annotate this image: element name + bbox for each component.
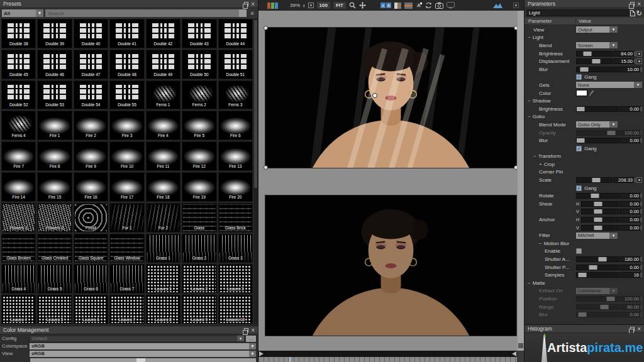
preset-item[interactable]: Ferns 1 bbox=[146, 80, 180, 110]
close-panel-icon[interactable]: × bbox=[251, 2, 255, 6]
preset-item[interactable]: Leaves 7 bbox=[109, 295, 144, 324]
param-slider[interactable] bbox=[576, 130, 619, 136]
preset-item[interactable]: Fire 11 bbox=[146, 141, 180, 171]
collapse-icon[interactable]: − bbox=[539, 241, 542, 246]
preset-item[interactable]: Fire 5 bbox=[182, 111, 216, 140]
param-value-box[interactable]: 0.00 bbox=[619, 265, 642, 270]
param-slider[interactable] bbox=[576, 296, 619, 302]
preset-item[interactable]: Ferns 2 bbox=[182, 80, 216, 110]
magnifier-icon[interactable] bbox=[349, 2, 356, 9]
param-dropdown[interactable]: Output▾ bbox=[576, 26, 618, 33]
float-panel-icon[interactable] bbox=[630, 327, 635, 331]
keyframe-icon[interactable] bbox=[636, 58, 642, 64]
preset-item[interactable]: Leaves 9 bbox=[182, 295, 216, 324]
preset-item[interactable]: Leaves 3 bbox=[218, 264, 253, 293]
zoom-level-value[interactable]: 39% bbox=[290, 3, 300, 8]
preset-item[interactable]: Double 39 bbox=[37, 19, 72, 48]
param-value-box[interactable]: 100.00 bbox=[619, 130, 642, 136]
param-value-box[interactable]: 0.00 bbox=[619, 106, 642, 112]
preset-item[interactable]: Fire 7 bbox=[1, 141, 36, 171]
preset-item[interactable]: Double 47 bbox=[74, 50, 108, 79]
param-dropdown[interactable]: Mitchell▾ bbox=[576, 233, 618, 239]
param-dropdown[interactable]: None▾ bbox=[576, 82, 642, 88]
keyframe-icon[interactable] bbox=[636, 51, 642, 57]
param-dropdown[interactable]: Gobo Only▾ bbox=[576, 121, 618, 128]
a-view-icon[interactable]: A bbox=[416, 3, 422, 9]
param-value-box[interactable]: 0.00 bbox=[619, 209, 642, 214]
transform-handle[interactable] bbox=[514, 165, 517, 170]
preset-item[interactable]: Glass Square bbox=[74, 234, 108, 263]
collapse-icon[interactable]: − bbox=[528, 98, 531, 104]
preset-item[interactable]: Grass 1 bbox=[146, 234, 180, 263]
config-dropdown[interactable]: Default ▾ bbox=[30, 336, 245, 342]
fit-button[interactable]: FIT bbox=[333, 2, 346, 9]
preset-item[interactable]: Flowers 2 bbox=[37, 203, 72, 233]
param-checkbox[interactable]: ✓ bbox=[576, 146, 582, 151]
param-dropdown[interactable]: Screen▾ bbox=[576, 42, 618, 48]
preset-item[interactable]: Glass Crinkled bbox=[37, 234, 72, 263]
preset-item[interactable]: Grass 4 bbox=[1, 264, 36, 293]
reset-icon[interactable]: ↻ bbox=[636, 10, 642, 16]
float-panel-icon[interactable] bbox=[244, 328, 248, 332]
param-value-box[interactable]: 84.00 bbox=[613, 51, 636, 57]
channels-icon[interactable] bbox=[267, 3, 278, 9]
filter-name-field[interactable]: Light bbox=[526, 9, 629, 16]
preset-item[interactable]: Fire 20 bbox=[218, 172, 253, 202]
param-slider[interactable] bbox=[581, 209, 619, 214]
preset-item[interactable]: Double 51 bbox=[218, 50, 253, 79]
preset-item[interactable]: Glass Broken bbox=[1, 234, 36, 263]
preset-item[interactable]: Fire 15 bbox=[37, 172, 72, 202]
frame-ruler[interactable] bbox=[258, 357, 517, 362]
preset-item[interactable]: Double 38 bbox=[1, 19, 36, 48]
zoom-100-button[interactable]: 100 bbox=[317, 2, 330, 9]
preset-item[interactable]: Glass Brick bbox=[218, 203, 253, 233]
preset-search-input[interactable]: Search bbox=[45, 9, 247, 17]
preset-item[interactable]: Double 55 bbox=[109, 80, 144, 110]
param-value-box[interactable]: 0.00 bbox=[619, 312, 642, 317]
close-panel-icon[interactable]: × bbox=[637, 2, 641, 6]
param-slider[interactable] bbox=[576, 265, 619, 270]
param-value-box[interactable]: 16 bbox=[619, 272, 642, 278]
param-slider[interactable] bbox=[581, 217, 619, 222]
split-vertical-icon[interactable] bbox=[394, 3, 401, 9]
presets-scrollbar[interactable] bbox=[253, 19, 258, 324]
save-preset-icon[interactable] bbox=[630, 10, 635, 16]
preset-item[interactable]: Fire 2 bbox=[74, 111, 108, 140]
preset-item[interactable]: Double 50 bbox=[182, 50, 216, 79]
preset-item[interactable]: Fire 13 bbox=[218, 141, 253, 171]
preset-item[interactable]: Double 41 bbox=[109, 19, 144, 48]
preset-item[interactable]: Double 53 bbox=[37, 80, 72, 110]
preset-item[interactable]: Glass Window bbox=[109, 234, 144, 263]
eyedropper-icon[interactable] bbox=[588, 90, 594, 96]
preset-item[interactable]: Fire 6 bbox=[218, 111, 253, 140]
param-slider[interactable] bbox=[576, 58, 613, 64]
param-checkbox[interactable]: ✓ bbox=[576, 185, 582, 191]
preset-item[interactable]: Flowers 1 bbox=[1, 203, 36, 233]
rail-right-handle[interactable] bbox=[512, 351, 516, 356]
param-slider[interactable] bbox=[576, 193, 619, 199]
preset-item[interactable]: Fire 18 bbox=[146, 172, 180, 202]
param-slider[interactable] bbox=[581, 225, 619, 231]
preset-item[interactable]: Ferns 4 bbox=[1, 111, 36, 140]
waveform-icon[interactable] bbox=[493, 2, 502, 9]
viewer-canvas[interactable] bbox=[258, 11, 517, 351]
preset-item[interactable]: Grass 5 bbox=[37, 264, 72, 293]
viewer-vertical-scrollbar[interactable] bbox=[518, 11, 524, 351]
param-slider[interactable] bbox=[576, 177, 613, 183]
preset-item[interactable]: Fire 17 bbox=[109, 172, 144, 202]
preset-item[interactable]: Grass 6 bbox=[74, 264, 108, 293]
preset-item[interactable]: Leaves 6 bbox=[74, 295, 108, 324]
param-checkbox[interactable] bbox=[576, 248, 582, 254]
transform-handle[interactable] bbox=[264, 26, 268, 30]
param-slider[interactable] bbox=[576, 51, 613, 57]
ab-compare-icon[interactable]: AB bbox=[380, 3, 391, 8]
close-panel-icon[interactable]: × bbox=[637, 327, 641, 331]
detach-viewer-icon[interactable] bbox=[513, 3, 519, 8]
close-panel-icon[interactable]: × bbox=[251, 328, 255, 332]
collapse-icon[interactable]: − bbox=[528, 35, 531, 40]
preview-image-source[interactable] bbox=[265, 195, 517, 336]
param-slider[interactable] bbox=[576, 138, 619, 143]
preset-item[interactable]: Double 54 bbox=[74, 80, 108, 110]
timeline-scrub-rail[interactable] bbox=[258, 351, 517, 357]
param-value-box[interactable]: 100.00 bbox=[619, 296, 642, 302]
